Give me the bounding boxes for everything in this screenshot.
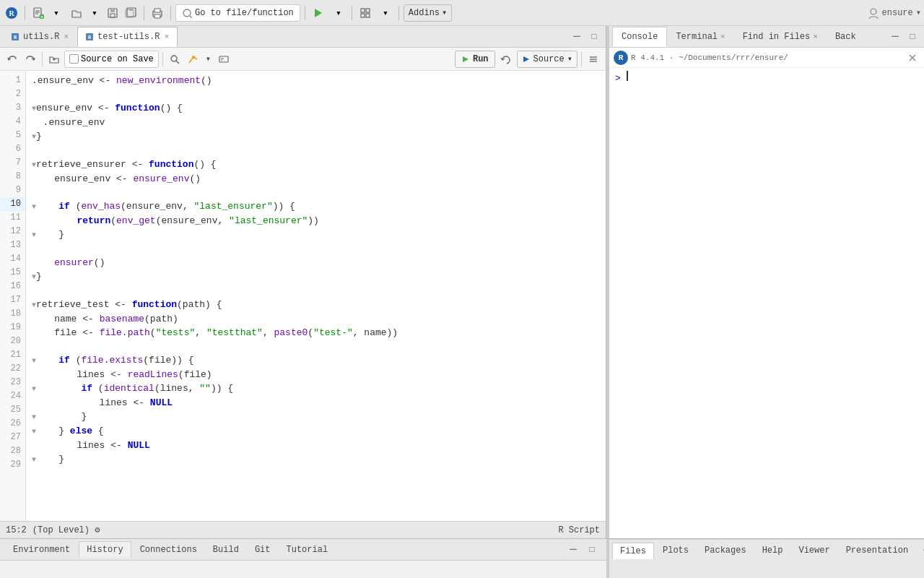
maximize-console-btn[interactable]: □ [904, 28, 921, 46]
fold-7[interactable]: ▼ [32, 161, 36, 169]
code-snippets-btn[interactable] [216, 51, 232, 68]
ln-8: 8 [0, 170, 25, 184]
fold-12[interactable]: ▼ [32, 231, 36, 239]
files-tab[interactable]: Files [612, 543, 654, 559]
svg-rect-20 [361, 9, 365, 12]
line-numbers: 1 2 3 4 5 6 7 8 9 10 11 12 13 14 15 16 1 [0, 71, 26, 521]
code-area[interactable]: 1 2 3 4 5 6 7 8 9 10 11 12 13 14 15 16 1 [0, 71, 606, 521]
find-in-files-close[interactable]: × [813, 33, 818, 41]
code-line-1: .ensure_env <- new_environment() [32, 75, 212, 86]
new-file-dropdown[interactable]: ▾ [48, 4, 65, 22]
tutorial-tab[interactable]: Tutorial [279, 542, 335, 558]
editor-options-btn[interactable] [585, 51, 601, 68]
goto-file-btn[interactable]: Go to file/function [175, 4, 300, 22]
open-file-dropdown[interactable]: ▾ [86, 4, 103, 22]
svg-marker-19 [315, 9, 322, 17]
svg-rect-10 [110, 14, 115, 17]
ln-26: 26 [0, 417, 25, 431]
clear-console-btn[interactable] [905, 49, 920, 66]
ln-20: 20 [0, 335, 25, 348]
fold-5[interactable]: ▼ [32, 133, 36, 141]
connections-tab[interactable]: Connections [133, 542, 204, 558]
find-in-files-tab[interactable]: Find in Files × [734, 27, 827, 47]
history-tab[interactable]: History [79, 541, 131, 558]
sep5 [352, 6, 352, 20]
app-icon-group: R [3, 4, 20, 22]
terminal-tab-label: Terminal [676, 32, 718, 42]
environment-tab[interactable]: Environment [6, 542, 77, 558]
terminal-tab-close[interactable]: × [720, 33, 725, 41]
undo-btn[interactable] [4, 51, 20, 68]
packages-tab[interactable]: Packages [697, 543, 754, 558]
show-in-folder-btn[interactable] [46, 51, 62, 68]
rerun-btn[interactable] [497, 51, 515, 68]
new-file-btn[interactable]: + [30, 4, 47, 22]
tab-test-utils-r[interactable]: R test-utils.R × [77, 27, 178, 47]
source-on-save-btn[interactable]: Source on Save [64, 51, 159, 68]
fold-3[interactable]: ▼ [32, 105, 36, 113]
svg-point-24 [871, 9, 876, 14]
run-app-dropdown[interactable]: ▾ [330, 4, 347, 22]
editor-toolbar: Source on Save ▾ Run [0, 48, 606, 71]
tab-utils-r-close[interactable]: × [63, 33, 69, 41]
code-content[interactable]: .ensure_env <- new_environment() ▼ensure… [26, 71, 606, 521]
fold-23[interactable]: ▼ [32, 385, 36, 393]
search-btn[interactable] [167, 51, 183, 68]
back-tab[interactable]: Back [827, 27, 865, 47]
fold-17[interactable]: ▼ [32, 301, 36, 309]
svg-rect-22 [361, 14, 365, 17]
addins-btn[interactable]: Addins ▾ [404, 4, 452, 22]
magic-wand-btn[interactable] [185, 51, 201, 68]
minimize-console-btn[interactable]: ─ [886, 28, 904, 46]
grid-layout-dropdown[interactable]: ▾ [377, 4, 394, 22]
save-btn[interactable] [104, 4, 121, 22]
help-tab[interactable]: Help [755, 543, 790, 558]
open-file-btn[interactable] [68, 4, 85, 22]
magic-wand-dropdown[interactable]: ▾ [203, 51, 214, 68]
build-tab[interactable]: Build [206, 542, 246, 558]
open-save-tools: ▾ [68, 4, 139, 22]
presentation-tab[interactable]: Presentation [839, 543, 915, 558]
fold-28[interactable]: ▼ [32, 456, 36, 464]
console-tab[interactable]: Console [612, 27, 667, 47]
git-tab[interactable]: Git [248, 542, 278, 558]
code-line-25: ▼ } [32, 411, 87, 422]
minimize-right-bottom-btn[interactable]: ─ [918, 542, 924, 559]
source-btn[interactable]: Source ▾ [517, 51, 578, 68]
run-app-btn[interactable] [310, 4, 327, 22]
terminal-tab[interactable]: Terminal × [667, 27, 733, 47]
save-all-btn[interactable] [122, 4, 139, 22]
maximize-editor-btn[interactable]: □ [585, 28, 603, 46]
app-icon[interactable]: R [3, 4, 20, 22]
sep6 [398, 6, 399, 20]
tab-test-utils-r-close[interactable]: × [163, 33, 170, 41]
minimize-bottom-btn[interactable]: ─ [565, 541, 582, 558]
plots-tab[interactable]: Plots [655, 543, 696, 558]
print-btn[interactable] [149, 4, 166, 22]
run-label: Run [473, 54, 489, 64]
fold-10[interactable]: ▼ [32, 203, 36, 211]
ln-14: 14 [0, 252, 25, 266]
fold-25[interactable]: ▼ [32, 413, 36, 421]
source-on-save-checkbox[interactable] [69, 54, 79, 64]
fold-26[interactable]: ▼ [32, 428, 36, 436]
maximize-bottom-btn[interactable]: □ [583, 541, 601, 558]
tab-utils-r[interactable]: R utils.R × [3, 27, 77, 47]
grid-layout-btn[interactable] [357, 4, 374, 22]
code-line-5: ▼} [32, 131, 42, 142]
fold-15[interactable]: ▼ [32, 273, 36, 281]
run-btn[interactable]: Run [455, 51, 495, 68]
viewer-tab[interactable]: Viewer [791, 543, 837, 558]
redo-btn[interactable] [22, 51, 38, 68]
ed-sep3 [581, 52, 582, 66]
svg-point-34 [192, 56, 195, 59]
sep4 [305, 6, 305, 20]
code-line-23: ▼ if (identical(lines, "")) { [32, 383, 233, 394]
console-content[interactable]: > [609, 68, 924, 538]
ln-4: 4 [0, 115, 25, 129]
console-tabs: Console Terminal × Find in Files × Back … [609, 26, 924, 48]
svg-rect-21 [366, 9, 370, 12]
console-prompt-line: > [615, 71, 918, 84]
fold-21[interactable]: ▼ [32, 357, 36, 365]
minimize-editor-btn[interactable]: ─ [568, 28, 585, 46]
